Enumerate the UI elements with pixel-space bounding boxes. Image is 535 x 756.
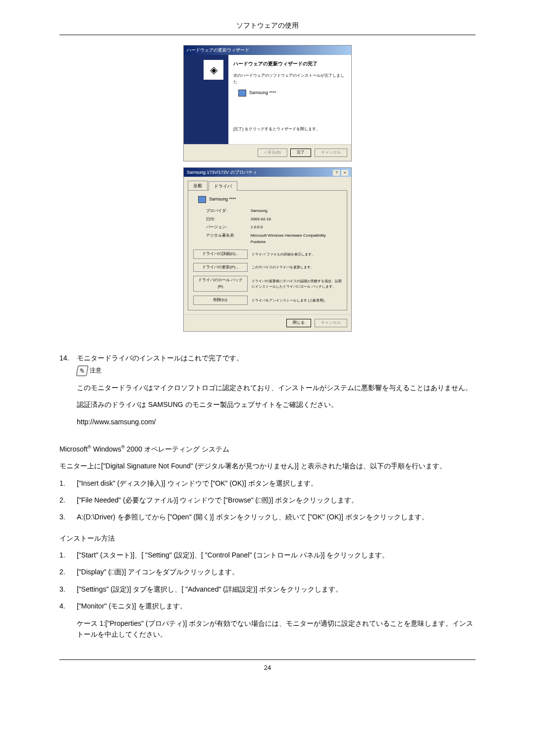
page-footer: 24 — [59, 659, 476, 673]
step-14: 14. モニタードライバのインストールはこれで完了です。 ✎ 注意 このモニター… — [59, 353, 476, 434]
wizard-title-text: ハードウェアの更新ウィザード — [187, 47, 249, 53]
install-step-1: 1. ["Start" (スタート)]、[ "Setting" (設定)]、[ … — [59, 550, 476, 560]
sig-step-1: 1. ["Insert disk" (ディスク挿入)] ウィンドウで ["OK"… — [59, 478, 476, 489]
tabs: 全般 ドライバ — [188, 181, 347, 191]
close-button[interactable]: × — [341, 170, 348, 176]
wizard-heading: ハードウェアの更新ウィザードの完了 — [233, 60, 346, 68]
props-body: 全般 ドライバ Samsung **** プロバイダ: Samsung 日付: … — [184, 177, 351, 314]
rollback-button[interactable]: ドライバのロール バック(R) — [193, 276, 248, 292]
step-num: 1. — [59, 478, 77, 489]
os-heading: Microsoft® Windows® 2000 オペレーティング システム — [59, 443, 476, 454]
props-device-row: Samsung **** — [198, 196, 342, 202]
wizard-dialog: ハードウェアの更新ウィザード ◈ ハードウェアの更新ウィザードの完了 次のハード… — [183, 45, 352, 161]
note-icon: ✎ — [76, 365, 89, 376]
wizard-footer-text: [完了] をクリックするとウィザードを閉じます。 — [233, 126, 346, 133]
note-body: このモニタードライバはマイクロソフトロゴに認定されており、インストールがシステム… — [77, 382, 476, 427]
sig-step-3: 3. A:(D:\Driver) を参照してから ["Open" (開く)] ボ… — [59, 511, 476, 522]
step-text: ["Settings" (設定)] タブを選択し、[ "Advanced" (詳… — [77, 584, 476, 595]
signer-label: デジタル署名者: — [206, 233, 251, 246]
uninstall-desc: ドライバをアンインストールします (上級者用)。 — [252, 298, 342, 303]
note-paragraph-1: このモニタードライバはマイクロソフトロゴに認定されており、インストールがシステム… — [77, 382, 476, 393]
cancel-button[interactable]: キャンセル — [315, 149, 347, 157]
step-text: A:(D:\Driver) を参照してから ["Open" (開く)] ボタンを… — [77, 511, 476, 522]
uninstall-button[interactable]: 削除(U) — [193, 296, 248, 305]
install-steps: 1. ["Start" (スタート)]、[ "Setting" (設定)]、[ … — [59, 550, 476, 640]
props-titlebar: Samsung 173V/172V のプロパティ ? × — [184, 168, 351, 177]
details-button[interactable]: ドライバの詳細(D)... — [193, 250, 248, 259]
update-desc: このデバイスのドライバを更新します。 — [252, 264, 342, 270]
props-device-name: Samsung **** — [209, 196, 236, 202]
props-content: Samsung **** プロバイダ: Samsung 日付: 2003-02-… — [188, 191, 347, 310]
step-num: 3. — [59, 511, 77, 522]
back-button[interactable]: < 戻る(B) — [258, 149, 287, 157]
rollback-desc: ドライバの更新後にデバイスの認識が失敗する場合、以前にインストールしたドライバに… — [252, 278, 342, 289]
note-url: http://www.samsung.com/ — [77, 416, 476, 427]
date-label: 日付: — [206, 216, 251, 223]
provider-value: Samsung — [251, 208, 268, 214]
wizard-sidebar: ◈ — [184, 55, 228, 144]
wizard-device-name: Samsung **** — [249, 89, 276, 96]
step-num: 2. — [59, 495, 77, 505]
details-row: ドライバの詳細(D)... ドライバ ファイルの詳細を表示します。 — [193, 250, 342, 259]
step-num: 2. — [59, 566, 77, 577]
wizard-titlebar: ハードウェアの更新ウィザード — [184, 46, 351, 54]
sig-step-2: 2. ["File Needed" (必要なファイル)] ウィンドウで ["Br… — [59, 495, 476, 505]
props-titlebar-controls: ? × — [333, 169, 348, 176]
install-step-3: 3. ["Settings" (設定)] タブを選択し、[ "Advanced"… — [59, 584, 476, 595]
step-num: 1. — [59, 550, 77, 560]
wizard-buttons: < 戻る(B) 完了 キャンセル — [184, 144, 351, 161]
signer-value: Microsoft Windows Hardware Compatibility… — [251, 233, 342, 246]
wizard-body: ◈ ハードウェアの更新ウィザードの完了 次のハードウェアのソフトウェアのインスト… — [184, 55, 351, 144]
signer-row: デジタル署名者: Microsoft Windows Hardware Comp… — [206, 233, 342, 246]
page-title: ソフトウェアの使用 — [236, 21, 299, 29]
step-text: ["Start" (スタート)]、[ "Setting" (設定)]、[ "Co… — [77, 550, 476, 560]
install-step-4: 4. ["Monitor" (モニタ)] を選択します。 — [59, 601, 476, 611]
props-title-text: Samsung 173V/172V のプロパティ — [187, 169, 257, 176]
signature-steps: 1. ["Insert disk" (ディスク挿入)] ウィンドウで ["OK"… — [59, 478, 476, 523]
help-button[interactable]: ? — [333, 170, 340, 176]
step-num: 3. — [59, 584, 77, 595]
wizard-device-row: Samsung **** — [238, 89, 346, 96]
uninstall-row: 削除(U) ドライバをアンインストールします (上級者用)。 — [193, 296, 342, 305]
close-dialog-button[interactable]: 閉じる — [286, 319, 311, 327]
cancel-dialog-button[interactable]: キャンセル — [315, 319, 347, 327]
version-row: バージョン: 1.0.0.0 — [206, 224, 342, 231]
install-heading: インストール方法 — [59, 533, 476, 544]
date-value: 2003-02-10 — [251, 216, 271, 223]
signature-intro: モニター上に["Digital Signature Not Found" (デジ… — [59, 460, 476, 471]
tab-driver[interactable]: ドライバ — [209, 181, 237, 191]
tab-general[interactable]: 全般 — [188, 181, 208, 190]
update-row: ドライバの更新(P)... このデバイスのドライバを更新します。 — [193, 263, 342, 272]
step-text: ["File Needed" (必要なファイル)] ウィンドウで ["Brows… — [77, 495, 476, 505]
update-button[interactable]: ドライバの更新(P)... — [193, 263, 248, 272]
step-number: 14. — [59, 353, 77, 434]
provider-label: プロバイダ: — [206, 208, 251, 214]
page-header: ソフトウェアの使用 — [59, 20, 476, 35]
provider-row: プロバイダ: Samsung — [206, 208, 342, 214]
step-text: ["Display" (□面)] アイコンをダブルクリックします。 — [77, 566, 476, 577]
note-header: ✎ 注意 — [77, 365, 476, 376]
date-row: 日付: 2003-02-10 — [206, 216, 342, 223]
rollback-row: ドライバのロール バック(R) ドライバの更新後にデバイスの認識が失敗する場合、… — [193, 276, 342, 292]
note-label: 注意 — [90, 366, 102, 375]
version-label: バージョン: — [206, 224, 251, 231]
props-dialog-buttons: 閉じる キャンセル — [184, 314, 351, 331]
monitor-icon — [238, 90, 246, 97]
note-paragraph-2: 認証済みのドライバは SAMSUNG のモニター製品ウェブサイトをご確認ください… — [77, 399, 476, 410]
monitor-icon — [198, 196, 206, 203]
screenshots-container: ハードウェアの更新ウィザード ◈ ハードウェアの更新ウィザードの完了 次のハード… — [59, 45, 476, 337]
step-num: 4. — [59, 601, 77, 611]
version-value: 1.0.0.0 — [251, 224, 263, 231]
step-text: ["Monitor" (モニタ)] を選択します。 — [77, 601, 476, 611]
properties-dialog: Samsung 173V/172V のプロパティ ? × 全般 ドライバ Sam… — [183, 167, 352, 332]
page-number: 24 — [264, 664, 271, 671]
install-case-1: ケース 1:["Properties" (プロパティ)] ボタンが有効でない場合… — [77, 618, 476, 640]
finish-button[interactable]: 完了 — [290, 149, 311, 157]
wizard-subtitle: 次のハードウェアのソフトウェアのインストールが完了しました — [233, 73, 346, 86]
wizard-hardware-icon: ◈ — [204, 60, 223, 80]
step-text: モニタードライバのインストールはこれで完了です。 — [77, 353, 476, 363]
wizard-content: ハードウェアの更新ウィザードの完了 次のハードウェアのソフトウェアのインストール… — [228, 55, 351, 144]
install-step-2: 2. ["Display" (□面)] アイコンをダブルクリックします。 — [59, 566, 476, 577]
step-content: モニタードライバのインストールはこれで完了です。 ✎ 注意 このモニタードライバ… — [77, 353, 476, 434]
details-desc: ドライバ ファイルの詳細を表示します。 — [252, 252, 342, 257]
